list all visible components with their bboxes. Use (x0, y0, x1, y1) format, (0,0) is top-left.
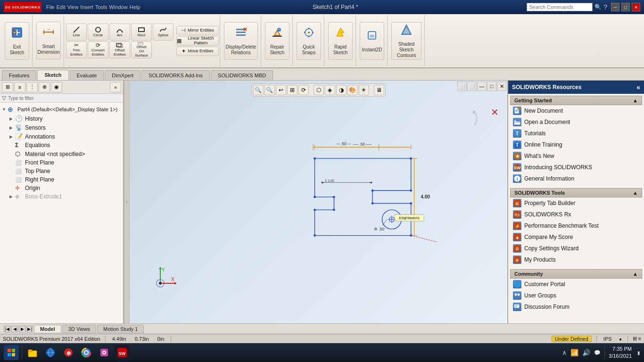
new-document-item[interactable]: + New Document (510, 105, 642, 116)
zoom-to-fit-btn[interactable]: 🔍 (253, 85, 264, 95)
benchmark-item[interactable]: ⚡ Performance Benchmark Test (510, 220, 642, 231)
whats-new-item[interactable]: ★ What's New (510, 150, 642, 162)
rotate-view-btn[interactable]: ⟳ (298, 85, 309, 95)
bottom-tab-motion[interactable]: Motion Study 1 (97, 325, 144, 333)
taskbar-chrome[interactable] (79, 345, 94, 360)
feature-manager-btn[interactable]: ⊞ (2, 82, 13, 92)
scene-btn[interactable]: ☀ (359, 85, 369, 95)
taskbar-paint[interactable] (97, 345, 112, 360)
tab-features[interactable]: Features (2, 70, 36, 80)
help-icon[interactable]: ? (603, 3, 607, 11)
tree-item-sensors[interactable]: ▶ 📡 Sensors (0, 123, 123, 132)
line-button[interactable]: Line (66, 24, 87, 41)
tree-item-front-plane[interactable]: ⬜ Front Plane (0, 158, 123, 167)
tree-item-right-plane[interactable]: ⬜ Right Plane (0, 175, 123, 184)
tab-addins[interactable]: SOLIDWORKS Add-Ins (141, 70, 210, 80)
status-units-arrow[interactable]: ▲ (619, 337, 623, 341)
tutorials-item[interactable]: T Tutorials (510, 128, 642, 139)
shaded-sketch-contours-button[interactable]: ShadedSketchContours (391, 22, 421, 60)
exit-sketch-button[interactable]: ExitSketch (5, 22, 29, 60)
edit-menu[interactable]: Edit (57, 4, 66, 10)
property-tab-builder-item[interactable]: ⊞ Property Tab Builder (510, 197, 642, 209)
rapid-sketch-button[interactable]: RapidSketch (328, 22, 353, 60)
maximize-button[interactable]: □ (621, 3, 630, 11)
tab-sketch[interactable]: Sketch (37, 70, 68, 80)
zoom-to-area-btn[interactable]: 🔍 (264, 85, 275, 95)
repair-sketch-button[interactable]: RepairSketch (265, 22, 289, 60)
smart-dimension-button[interactable]: ↔ SmartDimension (36, 22, 61, 59)
window-menu[interactable]: Window (109, 4, 128, 10)
tree-item-equations[interactable]: Σ Equations (0, 141, 123, 149)
tab-mbd[interactable]: SOLIDWORKS MBD (211, 70, 273, 80)
search-input[interactable] (527, 3, 593, 11)
taskbar-browser[interactable] (43, 345, 58, 360)
panel-restore-btn[interactable]: □ (487, 82, 496, 91)
discussion-forum-item[interactable]: Discussion Forum (510, 301, 642, 313)
tab-next-btn[interactable]: ▶ (19, 326, 25, 332)
tree-item-top-plane[interactable]: ⬜ Top Plane (0, 167, 123, 175)
tab-prev-btn[interactable]: ◀ (11, 326, 18, 332)
getting-started-header[interactable]: Getting Started ▲ (510, 96, 642, 105)
tree-item-part4[interactable]: ▼ ⊕ Part4 (Default<<Default>_Display Sta… (0, 105, 123, 114)
right-panel-collapse-btn[interactable]: « (636, 83, 640, 91)
panel-normalize-btn[interactable]: ⬜ (457, 82, 467, 91)
offset-on-surface-button[interactable]: OffsetOnSurface (131, 41, 152, 58)
tree-item-history[interactable]: ▶ 🕐 History (0, 114, 123, 123)
taskbar-solidworks[interactable]: SW (115, 345, 130, 360)
my-products-item[interactable]: ⊕ My Products (510, 254, 642, 265)
quick-snaps-button[interactable]: QuickSnaps (297, 22, 321, 60)
view-menu[interactable]: View (67, 4, 79, 10)
tools-menu[interactable]: Tools (95, 4, 107, 10)
compare-score-item[interactable]: ◈ Compare My Score (510, 231, 642, 243)
tree-item-origin[interactable]: ✛ Origin (0, 184, 123, 192)
taskbar-red-app[interactable]: ⊕ (61, 345, 76, 360)
sw-tools-header[interactable]: SOLIDWORKS Tools ▲ (510, 188, 642, 197)
panel-float-btn[interactable]: ⬜ (467, 82, 477, 91)
panel-minimize-btn[interactable]: — (477, 82, 487, 91)
customer-portal-item[interactable]: 🌐 Customer Portal (510, 279, 642, 290)
tree-item-material[interactable]: ⬡ Material <not specified> (0, 149, 123, 158)
more-btn[interactable]: » (110, 82, 121, 92)
open-document-item[interactable]: Open a Document (510, 116, 642, 128)
move-entities-button[interactable]: ✦ Move Entities (176, 47, 219, 56)
section-view-btn[interactable]: ⊞ (287, 85, 297, 95)
linear-sketch-button[interactable]: ▦ Linear Sketch Pattern (176, 36, 219, 46)
tab-last-btn[interactable]: ▶| (26, 326, 33, 332)
volume-icon[interactable]: 🔊 (582, 349, 590, 356)
file-menu[interactable]: File (46, 4, 55, 10)
config-manager-btn[interactable]: ⋮ (26, 82, 38, 92)
start-button[interactable] (4, 345, 19, 360)
network-icon[interactable]: 📶 (570, 349, 578, 356)
appearances-btn[interactable]: 🎨 (347, 85, 358, 95)
tray-up-arrow[interactable]: ∧ (562, 349, 567, 356)
bottom-tab-model[interactable]: Model (34, 325, 61, 333)
close-button[interactable]: ✕ (632, 3, 640, 11)
dim-xpert-manager-btn[interactable]: ⊕ (39, 82, 50, 92)
notification-icon[interactable]: 💬 (594, 350, 601, 356)
copy-settings-item[interactable]: ⚙ Copy Settings Wizard (510, 243, 642, 254)
view-orient-btn[interactable]: ⬡ (314, 85, 324, 95)
arc-button[interactable]: Arc (109, 24, 130, 41)
display-style-btn[interactable]: ◈ (325, 85, 335, 95)
taskbar-file-explorer[interactable] (25, 345, 40, 360)
view-settings-btn[interactable]: 🖥 (374, 85, 384, 95)
previous-view-btn[interactable]: ↩ (276, 85, 286, 95)
undo-arrow[interactable] (458, 107, 481, 130)
mirror-entities-button[interactable]: ⊣ Mirror Entities (176, 26, 219, 35)
general-info-item[interactable]: i General Information (510, 173, 642, 184)
user-groups-item[interactable]: User Groups (510, 290, 642, 301)
convert-entities-button[interactable]: ⟳ ConvertEntities (88, 41, 108, 58)
tab-first-btn[interactable]: |◀ (4, 326, 10, 332)
hide-show-btn[interactable]: ◑ (336, 85, 347, 95)
tab-dimxpert[interactable]: DimXpert (105, 70, 140, 80)
tab-evaluate[interactable]: Evaluate (70, 70, 104, 80)
viewport[interactable]: 🔍 🔍 ↩ ⊞ ⟳ ⬡ ◈ ◑ 🎨 ☀ 🖥 ⬜ ⬜ — □ ✕ (130, 81, 507, 323)
panel-close-btn[interactable]: ✕ (497, 82, 506, 91)
tree-item-boss-extrude1[interactable]: ▶ ⊕ Boss-Extrude1 (0, 192, 123, 201)
spline-button[interactable]: Spline (153, 24, 173, 41)
offset-entities-button[interactable]: OffsetEntities (109, 41, 130, 58)
error-close-btn[interactable]: ✕ (491, 107, 499, 118)
bottom-tab-3dviews[interactable]: 3D Views (62, 325, 96, 333)
community-header[interactable]: Community ▲ (510, 269, 642, 279)
help-menu[interactable]: Help (130, 4, 140, 10)
